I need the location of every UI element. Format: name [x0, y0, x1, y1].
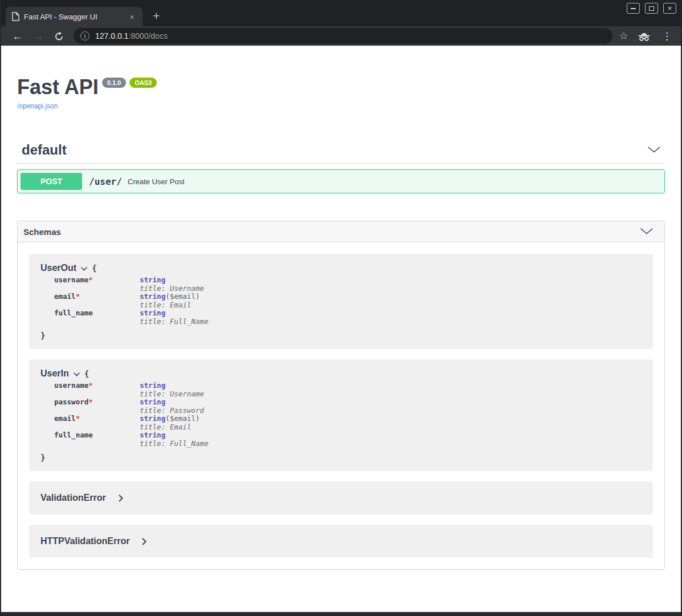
open-brace: { [92, 264, 96, 273]
prop-type: string [140, 381, 165, 390]
schemas-header[interactable]: Schemas [18, 221, 664, 242]
prop-name: password [54, 398, 88, 406]
endpoint-path: /user/ [89, 176, 122, 187]
model-httpvalidationerror[interactable]: HTTPValidationError [29, 525, 653, 558]
page-document-icon [11, 12, 19, 21]
required-star: * [76, 292, 80, 301]
prop-type: string [140, 414, 165, 423]
window-controls: × [627, 3, 676, 14]
chevron-down-icon[interactable] [648, 145, 660, 155]
prop-type: string [140, 431, 165, 439]
url-path: :8000/docs [128, 31, 168, 40]
tag-name: default [22, 143, 67, 157]
oas-badge: OAS3 [129, 78, 157, 88]
model-name: HTTPValidationError [40, 536, 129, 546]
model-properties: username* stringtitle: Username password… [54, 382, 642, 448]
prop-name: full_name [54, 431, 93, 439]
open-brace: { [84, 369, 89, 378]
model-name: ValidationError [40, 493, 106, 503]
property-row: email* string($email)title: Email [54, 293, 642, 309]
minimize-button[interactable] [627, 3, 640, 14]
prop-type: string [140, 309, 165, 317]
method-badge: POST [21, 173, 82, 190]
prop-type: string [140, 275, 165, 284]
prop-title: title: Full_Name [140, 439, 208, 448]
chevron-down-icon [81, 267, 87, 271]
tab-title: Fast API - Swagger UI [24, 13, 127, 21]
schemas-title: Schemas [23, 227, 61, 237]
required-star: * [88, 275, 93, 284]
prop-name: full_name [54, 309, 93, 317]
prop-title: title: Username [140, 284, 204, 293]
model-userin-toggle[interactable]: UserIn { [40, 368, 642, 379]
close-icon: × [668, 5, 672, 12]
prop-title: title: Full_Name [140, 317, 208, 326]
prop-name: email [54, 414, 76, 423]
browser-tab[interactable]: Fast API - Swagger UI × [6, 7, 143, 26]
prop-type: string [140, 292, 165, 301]
prop-name: email [54, 292, 76, 301]
openapi-spec-link[interactable]: /openapi.json [17, 102, 58, 110]
required-star: * [76, 414, 80, 423]
page-title: Fast API0.1.0OAS3 [17, 75, 665, 99]
prop-format: ($email) [165, 414, 200, 423]
property-row: username* stringtitle: Username [54, 382, 642, 398]
chevron-down-icon[interactable] [640, 226, 653, 237]
api-info: Fast API0.1.0OAS3 /openapi.json [17, 46, 665, 111]
opblock-post-user: POST /user/ Create User Post [17, 169, 665, 193]
tab-close-icon[interactable]: × [127, 12, 137, 22]
version-badge: 0.1.0 [102, 78, 126, 88]
schemas-section: Schemas UserOut { [17, 221, 665, 570]
property-row: password* stringtitle: Password [54, 398, 642, 415]
tab-strip: Fast API - Swagger UI × + × [1, 0, 681, 26]
close-brace: } [40, 331, 642, 340]
property-row: username* stringtitle: Username [54, 276, 642, 293]
minimize-icon [631, 8, 636, 9]
prop-title: title: Email [140, 301, 191, 309]
chevron-down-icon [74, 372, 80, 376]
new-tab-button[interactable]: + [149, 9, 163, 23]
opblock-summary-row[interactable]: POST /user/ Create User Post [18, 170, 664, 193]
property-row: email* string($email)title: Email [54, 415, 642, 431]
model-userin: UserIn { username* stringtitle: Username… [29, 359, 653, 471]
api-title-text: Fast API [17, 75, 99, 99]
required-star: * [88, 398, 93, 406]
prop-title: title: Email [140, 423, 191, 431]
prop-name: username [54, 275, 88, 284]
prop-type: string [140, 398, 165, 406]
browser-toolbar: ← → i 127.0.0.1:8000/docs ☆ ⋮ [1, 26, 681, 46]
incognito-icon [638, 31, 651, 42]
address-bar[interactable]: i 127.0.0.1:8000/docs [74, 28, 612, 44]
prop-title: title: Username [140, 390, 204, 398]
close-button[interactable]: × [663, 3, 676, 14]
model-name: UserOut [40, 263, 76, 273]
model-name: UserIn [40, 368, 69, 379]
close-brace: } [40, 453, 642, 462]
endpoint-summary: Create User Post [128, 177, 185, 186]
tag-section-default[interactable]: default [17, 139, 665, 164]
chevron-right-icon [119, 495, 123, 502]
model-userout-toggle[interactable]: UserOut { [40, 263, 642, 273]
back-icon[interactable]: ← [7, 31, 28, 42]
property-row: full_name stringtitle: Full_Name [54, 309, 642, 326]
model-userout: UserOut { username* stringtitle: Usernam… [29, 254, 653, 349]
chevron-right-icon [142, 538, 147, 545]
url-host: 127.0.0.1 [95, 31, 128, 40]
prop-title: title: Password [140, 406, 204, 415]
required-star: * [88, 381, 93, 390]
forward-icon[interactable]: → [28, 31, 49, 42]
prop-format: ($email) [165, 292, 200, 301]
prop-name: username [54, 381, 88, 390]
browser-window: Fast API - Swagger UI × + × ← → i 127.0.… [0, 0, 682, 616]
browser-menu-icon[interactable]: ⋮ [659, 30, 675, 42]
model-validationerror[interactable]: ValidationError [29, 481, 653, 514]
maximize-button[interactable] [645, 3, 658, 14]
reload-icon[interactable] [49, 31, 69, 41]
bookmark-star-icon[interactable]: ☆ [619, 30, 628, 42]
site-info-icon[interactable]: i [80, 31, 90, 40]
schemas-body: UserOut { username* stringtitle: Usernam… [18, 242, 664, 569]
maximize-icon [649, 6, 654, 11]
model-properties: username* stringtitle: Username email* s… [54, 276, 642, 326]
property-row: full_name stringtitle: Full_Name [54, 431, 642, 448]
swagger-page: Fast API0.1.0OAS3 /openapi.json default … [1, 46, 681, 612]
